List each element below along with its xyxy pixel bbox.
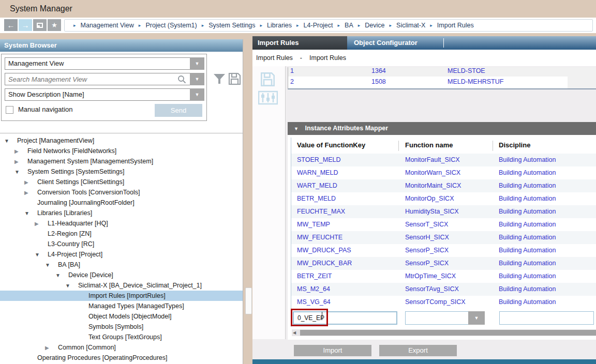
breadcrumb-item[interactable]: System Settings [208,22,255,29]
send-button[interactable]: Send [155,104,202,117]
chevron-down-icon[interactable]: ▼ [190,88,204,101]
breadcrumb-item[interactable]: Import Rules [309,54,346,62]
filter-icon[interactable] [213,73,226,85]
expander-icon[interactable]: ▶ [45,345,58,351]
table-row[interactable]: MW_DRUCK_PASSensorP_SICXBuilding Automat… [291,244,596,257]
tree-item[interactable]: ▶Conversion Tools [ConversionTools] [0,187,243,198]
breadcrumb-item[interactable]: Import Rules [437,22,474,29]
import-rules-grid[interactable]: 21508MELD-MEHRSTUF11364MELD-STOE [288,67,596,89]
search-options-icon[interactable]: ▼ [190,73,204,85]
tree-item-label: Text Groups [TextGroups] [88,333,162,341]
tree-item[interactable]: L2-Region [ZN] [0,229,243,239]
panel-title: System Browser [0,39,243,52]
breadcrumb[interactable]: ▸Management View▸Project (System1)▸Syste… [64,19,593,32]
recent-view-button[interactable] [33,19,47,31]
expander-icon[interactable]: ▶ [35,221,48,226]
breadcrumb-item[interactable]: Management View [81,22,134,29]
forward-button[interactable]: → [19,19,32,31]
expander-icon[interactable]: ▼ [4,138,17,144]
breadcrumb-item[interactable]: Siclimat-X [396,22,425,29]
save-icon[interactable] [228,72,241,85]
table-cell: MW_TEMP [297,221,330,228]
tree-item[interactable]: ▶Field Networks [FieldNetworks] [0,146,243,156]
breadcrumb-item[interactable]: BA [345,22,353,29]
new-discipline-input[interactable] [499,311,594,325]
expander-icon[interactable]: ▼ [45,262,58,268]
description-selector[interactable]: Show Description [Name] ▼ [5,88,204,101]
tab-object-configurator[interactable]: Object Configurator [354,36,418,50]
back-button[interactable]: ← [4,19,18,31]
tree-item[interactable]: ▼Device [Device] [0,270,243,280]
expander-icon[interactable]: ▶ [24,190,37,195]
tree-item[interactable]: L3-Country [RC] [0,239,243,249]
table-row[interactable]: STOER_MELDMonitorFault_SICXBuilding Auto… [291,154,596,166]
expander-icon[interactable]: ▼ [35,252,48,257]
tree-item[interactable]: Symbols [Symbols] [0,322,243,332]
tree-item[interactable]: ▶L1-Headquarter [HQ] [0,218,243,229]
tree-item[interactable]: Journaling [JournalingRootFolder] [0,198,243,208]
table-row[interactable]: MW_DRUCK_BARSensorP_SICXBuilding Automat… [291,257,596,270]
save-icon[interactable] [260,72,275,87]
column-header[interactable]: Value of FunctionKey [297,141,365,149]
tree-item[interactable]: Import Rules [ImportRules] [0,291,243,301]
table-row[interactable]: BETR_ZEITMtrOpTime_SICXBuilding Automati… [291,270,596,283]
expander-icon[interactable]: ▶ [14,148,27,154]
tree-item[interactable]: ▼BA [BA] [0,260,243,270]
tree-item[interactable]: Text Groups [TextGroups] [0,332,243,342]
breadcrumb-item[interactable]: Project (System1) [145,22,197,29]
tree-item[interactable]: Object Models [ObjectModel] [0,311,243,322]
expander-icon[interactable]: ▶ [24,179,37,185]
tree-item[interactable]: ▼Libraries [Libraries] [0,208,243,218]
tree-item[interactable]: ▼Siclimat-X [BA_Device_Siclimat_Project_… [0,280,243,291]
manual-navigation-checkbox[interactable] [6,106,13,114]
new-function-select[interactable]: ▼ [405,311,485,325]
tree-item[interactable]: ▶Client Settings [ClientSettings] [0,177,243,187]
expander-icon[interactable]: ▼ [65,283,78,289]
expander-icon[interactable]: ▼ [55,272,68,278]
expander-icon[interactable]: ▼ [14,169,27,175]
breadcrumb-item[interactable]: Libraries [267,22,292,29]
tree-item[interactable]: ▼L4-Project [Project] [0,249,243,260]
table-row[interactable]: MW_TEMPSensorT_SICXBuilding Automation [291,218,596,231]
chevron-down-icon[interactable]: ▼ [468,311,485,325]
table-row[interactable]: MS_M2_64SensorTAvg_SICXBuilding Automati… [291,283,596,296]
horizontal-scrollbar-thumb[interactable] [300,330,596,336]
export-button[interactable]: Export [379,345,457,356]
tree-item[interactable]: ▶Management System [ManagementSystem] [0,156,243,166]
table-row[interactable]: WARN_MELDMonitorWarn_SICXBuilding Automa… [291,166,596,179]
breadcrumb-item[interactable]: Device [365,22,384,29]
breadcrumb-item[interactable]: L4-Project [304,22,333,29]
tree-item[interactable]: ▼Project [ManagementView] [0,135,243,146]
chevron-down-icon[interactable]: ▼ [190,57,204,70]
table-row[interactable]: FEUCHTE_MAXHumiditySta_SICXBuilding Auto… [291,205,596,218]
table-row[interactable]: MS_VG_64SensorTComp_SICXBuilding Automat… [291,296,596,309]
sliders-icon[interactable] [258,89,278,106]
tree-item[interactable]: ▼System Settings [SystemSettings] [0,166,243,177]
favorites-button[interactable]: ★ [48,19,61,31]
tab-import-rules[interactable]: Import Rules [252,36,347,50]
column-header[interactable]: Discipline [499,141,530,149]
expander-icon[interactable]: ▼ [24,210,37,216]
vertical-scrollbar-thumb[interactable] [245,287,252,314]
tree-item[interactable]: Operating Procedures [OperatingProcedure… [0,353,243,363]
tree-item-label: Journaling [JournalingRootFolder] [37,199,135,206]
table-row[interactable]: MW_FEUCHTESensorH_SICXBuilding Automatio… [291,231,596,244]
expander-icon[interactable]: ▶ [14,159,27,164]
table-row[interactable]: WART_MELDMonitorMaint_SICXBuilding Autom… [291,179,596,192]
search-input[interactable] [5,73,189,85]
tree-item[interactable]: Managed Types [ManagedTypes] [0,301,243,311]
breadcrumb-item[interactable]: Import Rules [256,54,293,62]
view-selector[interactable]: Management View ▼ [5,57,204,70]
collapse-arrow-icon[interactable]: ▼ [294,126,299,131]
tree-item[interactable]: ▶Common [Common] [0,342,243,353]
table-row[interactable]: 11364MELD-STOE [288,67,596,77]
mapper-section-header[interactable]: ▼ Instance Attributes Mapper [288,122,596,135]
table-row[interactable]: BETR_MELDMonitorOp_SICXBuilding Automati… [291,192,596,205]
import-button[interactable]: Import [294,345,371,356]
horizontal-scrollbar[interactable]: ◀ [292,329,596,336]
scroll-left-icon[interactable]: ◀ [293,330,296,335]
table-row[interactable]: 21508MELD-MEHRSTUF [288,77,596,87]
column-header[interactable]: Function name [405,141,453,149]
tree-item-label: L1-Headquarter [HQ] [48,220,108,227]
table-cell: WARN_MELD [297,169,338,176]
